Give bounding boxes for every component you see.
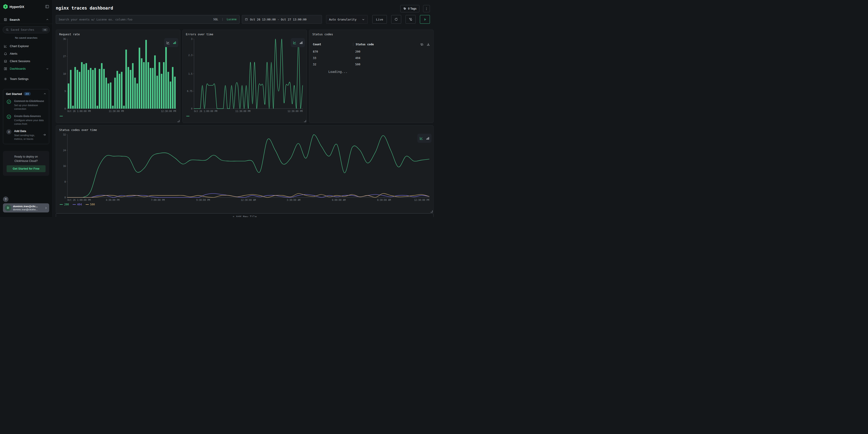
nav-label: Chart Explorer bbox=[10, 44, 29, 48]
chevron-down-icon bbox=[46, 67, 49, 70]
nav-label: Client Sessions bbox=[10, 59, 30, 63]
get-started-title: Get Started bbox=[6, 92, 22, 96]
play-icon bbox=[423, 18, 427, 21]
column-header-status-code[interactable]: Status code bbox=[353, 43, 374, 46]
user-name: dominic.tran@clic... bbox=[13, 205, 38, 208]
live-button[interactable]: Live bbox=[372, 15, 387, 24]
chart-type-toggle bbox=[291, 38, 305, 47]
svg-text:24: 24 bbox=[63, 149, 66, 152]
legend-item bbox=[186, 116, 189, 116]
chevron-up-icon[interactable] bbox=[43, 92, 46, 95]
add-new-tile-button[interactable]: + Add New Tile bbox=[56, 213, 434, 217]
clickhouse-cloud-promo: Ready to deploy on ClickHouse Cloud? Get… bbox=[3, 151, 49, 176]
chart-line-icon bbox=[4, 44, 7, 48]
get-started-card: Get Started 2/3 Connect to ClickHouse Se… bbox=[3, 89, 49, 144]
resize-handle[interactable] bbox=[304, 120, 306, 122]
shortcut-badge: ⌘K bbox=[42, 28, 48, 32]
refresh-button[interactable] bbox=[391, 15, 401, 24]
cell-code: 200 bbox=[355, 50, 361, 53]
tile-title: Status codes bbox=[312, 33, 333, 36]
header-actions: 0 Tags ⋮ bbox=[400, 5, 430, 12]
step-desc: Configure where your data comes from bbox=[14, 119, 46, 126]
tile-errors-over-time: Errors over time 00.751.52.33Oct 26 1:00… bbox=[182, 30, 307, 123]
get-started-free-button[interactable]: Get Started for Free bbox=[7, 165, 45, 172]
svg-text:36: 36 bbox=[63, 38, 66, 40]
user-menu[interactable]: D dominic.tran@clic... dominic.tran@clic… bbox=[3, 203, 49, 212]
line-chart-icon[interactable] bbox=[293, 41, 297, 44]
download-icon[interactable] bbox=[427, 42, 430, 46]
saved-searches-placeholder: Saved Searches bbox=[11, 28, 34, 31]
search-section-label: Search bbox=[9, 18, 20, 22]
line-chart-icon[interactable] bbox=[166, 41, 170, 44]
table-row[interactable]: 33 404 bbox=[309, 55, 433, 61]
help-button[interactable]: ? bbox=[3, 196, 8, 202]
get-started-step-sources[interactable]: Create Data Sources Configure where your… bbox=[6, 114, 46, 126]
column-header-count[interactable]: Count bbox=[313, 43, 321, 46]
dashboard-icon bbox=[4, 67, 7, 70]
search-section-icon bbox=[4, 18, 7, 22]
cell-count: 870 bbox=[313, 50, 318, 53]
svg-text:18: 18 bbox=[63, 73, 66, 75]
bar-chart-icon[interactable] bbox=[299, 41, 303, 44]
wrap-text-icon[interactable] bbox=[420, 42, 424, 46]
svg-text:Oct 26 1:00:00 PM: Oct 26 1:00:00 PM bbox=[67, 110, 91, 113]
sidebar-item-client-sessions[interactable]: Client Sessions bbox=[0, 57, 52, 65]
sidebar-item-dashboards[interactable]: Dashboards bbox=[0, 65, 52, 72]
svg-text:3:30:00 AM: 3:30:00 AM bbox=[287, 199, 300, 201]
arrow-right-icon[interactable] bbox=[42, 133, 46, 136]
chevron-up-icon bbox=[46, 18, 49, 21]
filter-icon bbox=[409, 18, 412, 21]
svg-text:11:30:00 PM: 11:30:00 PM bbox=[109, 110, 124, 113]
mode-lucene[interactable]: Lucene bbox=[227, 18, 237, 21]
sidebar-item-chart-explorer[interactable]: Chart Explorer bbox=[0, 42, 52, 50]
avatar: D bbox=[5, 205, 11, 211]
sidebar-section-search[interactable]: Search bbox=[0, 16, 52, 23]
check-circle-icon bbox=[6, 99, 12, 111]
sidebar-item-alerts[interactable]: Alerts bbox=[0, 50, 52, 57]
sidebar: HyperDX Search Saved Searches ⌘K No save… bbox=[0, 0, 53, 217]
svg-text:32: 32 bbox=[63, 133, 66, 136]
cell-count: 33 bbox=[313, 56, 316, 60]
time-range-input[interactable]: Oct 26 13:00:00 - Oct 27 13:00:00 bbox=[242, 15, 322, 24]
kebab-menu-button[interactable]: ⋮ bbox=[423, 5, 430, 12]
saved-searches-input[interactable]: Saved Searches ⌘K bbox=[3, 26, 50, 33]
nav-label: Alerts bbox=[10, 52, 17, 55]
logo-row: HyperDX bbox=[3, 3, 50, 10]
resize-handle[interactable] bbox=[177, 120, 179, 122]
tile-request-rate: Request rate 09182736Oct 26 1:00:00 PM11… bbox=[56, 30, 180, 123]
line-chart-icon[interactable] bbox=[420, 136, 423, 140]
granularity-select[interactable]: Auto Granularity bbox=[326, 15, 368, 24]
run-query-button[interactable] bbox=[420, 15, 430, 24]
svg-text:27: 27 bbox=[63, 55, 66, 58]
nav-label: Dashboards bbox=[10, 67, 26, 70]
event-search-input[interactable]: Search your events w/ Lucene ex. column:… bbox=[56, 15, 240, 24]
errors-chart: 00.751.52.33Oct 26 1:00:00 PM11:30:00 PM… bbox=[185, 38, 304, 113]
table-header: Count Status code bbox=[309, 42, 433, 47]
step-desc: Start sending logs, metrics, or traces bbox=[14, 134, 40, 141]
legend-item-200: 200 bbox=[60, 203, 69, 206]
bar-chart-icon[interactable] bbox=[173, 41, 177, 44]
svg-text:2.3: 2.3 bbox=[188, 54, 192, 57]
table-row[interactable]: 32 500 bbox=[309, 61, 433, 67]
svg-text:12:30:00 PM: 12:30:00 PM bbox=[414, 199, 429, 201]
promo-line-2: ClickHouse Cloud? bbox=[7, 159, 45, 163]
resize-handle[interactable] bbox=[431, 210, 433, 212]
tags-button[interactable]: 0 Tags bbox=[400, 5, 420, 12]
get-started-step-add-data[interactable]: 3 Add Data Start sending logs, metrics, … bbox=[6, 129, 46, 141]
svg-text:0.75: 0.75 bbox=[187, 90, 192, 92]
chevron-right-icon bbox=[44, 207, 48, 210]
user-email: dominic.tran@clickho... bbox=[13, 208, 38, 211]
sidebar-item-team-settings[interactable]: Team Settings bbox=[0, 75, 52, 83]
filter-button[interactable] bbox=[406, 15, 415, 24]
kebab-icon: ⋮ bbox=[425, 7, 428, 10]
page-title: nginx traces dashboard bbox=[56, 5, 113, 10]
get-started-step-connect[interactable]: Connect to ClickHouse Set up your databa… bbox=[6, 99, 46, 111]
mode-separator: | bbox=[222, 18, 223, 21]
sidebar-collapse-button[interactable] bbox=[44, 4, 50, 9]
mode-sql[interactable]: SQL bbox=[213, 18, 218, 21]
svg-text:8:30:00 AM: 8:30:00 AM bbox=[377, 199, 391, 201]
svg-text:4:30:00 PM: 4:30:00 PM bbox=[106, 199, 120, 201]
bar-chart-icon[interactable] bbox=[426, 136, 430, 140]
gear-icon bbox=[4, 77, 7, 81]
table-row[interactable]: 870 200 bbox=[309, 49, 433, 55]
